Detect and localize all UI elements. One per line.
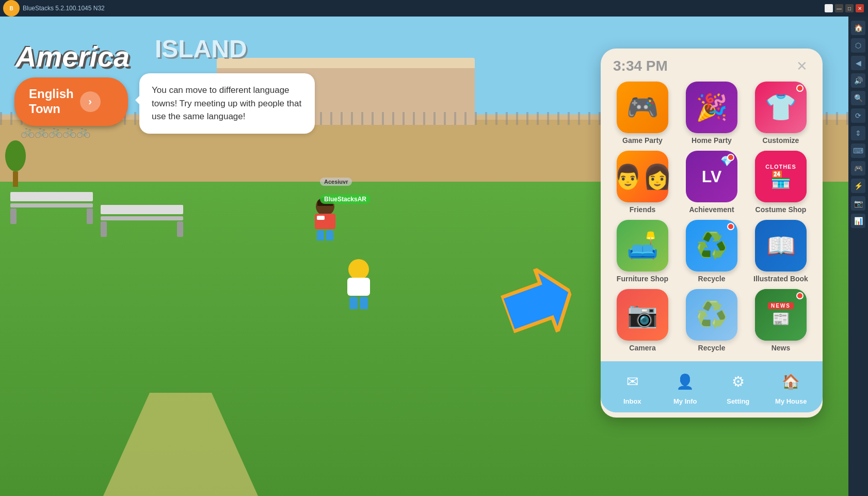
english-town-label: EnglishTown xyxy=(29,87,74,117)
menu-grid: 🎮 Game Party 🎉 Home Party 👕 Customize xyxy=(601,79,823,358)
speech-bubble-text: You can move to different language towns… xyxy=(152,84,302,123)
menu-header: 3:34 PM ✕ xyxy=(601,49,823,79)
app-title: BlueStacks 5.2.100.1045 N32 xyxy=(23,5,825,12)
home-party-label: Home Party xyxy=(692,136,732,145)
menu-time: 3:34 PM xyxy=(613,58,668,74)
svg-text:B: B xyxy=(9,6,13,11)
menu-item-news[interactable]: NEWS 📰 News xyxy=(749,289,812,352)
island-title: ISLAND xyxy=(155,35,247,63)
menu-item-camera[interactable]: 📷 Camera xyxy=(611,289,674,352)
recycle2-label: Recycle xyxy=(698,344,726,352)
my-house-icon: 🏠 xyxy=(778,369,804,394)
achievement-label: Achievement xyxy=(689,205,734,214)
titlebar: B BlueStacks 5.2.100.1045 N32 ? — □ ✕ xyxy=(0,0,868,17)
costume-shop-icon: CLOTHES 🏪 xyxy=(755,151,807,202)
sidebar-icon-stats[interactable]: 📊 xyxy=(851,214,865,228)
recycle-badge xyxy=(727,223,734,230)
speech-bubble: You can move to different language towns… xyxy=(139,73,315,134)
menu-panel: 3:34 PM ✕ 🎮 Game Party 🎉 Home Party xyxy=(601,49,823,418)
menu-item-recycle2[interactable]: ♻️ Recycle xyxy=(680,289,743,352)
sidebar-icon-zoom[interactable]: 🔍 xyxy=(851,91,865,105)
news-label: News xyxy=(771,344,791,352)
sidebar-icon-home[interactable]: 🏠 xyxy=(851,21,865,35)
news-icon: NEWS 📰 xyxy=(755,289,807,341)
region-title: America xyxy=(15,40,130,73)
right-sidebar: 🏠 ⬡ ◀ 🔊 🔍 ⟳ ⇕ ⌨ 🎮 ⚡ 📷 📊 xyxy=(848,17,868,496)
camera-label: Camera xyxy=(629,344,655,352)
camera-icon: 📷 xyxy=(617,289,668,341)
achievement-icon: LV 💎 xyxy=(686,151,737,202)
menu-item-friends[interactable]: 👨‍👩 Friends xyxy=(611,151,674,214)
sidebar-icon-resize[interactable]: ⇕ xyxy=(851,126,865,140)
game-party-label: Game Party xyxy=(622,136,663,145)
furniture-shop-label: Furniture Shop xyxy=(617,275,668,283)
npc-name-tag: Acesiuvr xyxy=(320,178,352,186)
customize-label: Customize xyxy=(763,136,799,145)
friends-label: Friends xyxy=(630,205,656,214)
menu-item-recycle[interactable]: ♻️ Recycle xyxy=(680,220,743,283)
sidebar-icon-gamepad[interactable]: 🎮 xyxy=(851,161,865,175)
minimize-button[interactable]: — xyxy=(835,4,843,12)
achievement-badge xyxy=(727,154,734,161)
my-info-label: My Info xyxy=(673,397,697,405)
sidebar-icon-keyboard[interactable]: ⌨ xyxy=(851,143,865,158)
bottom-item-my-house[interactable]: 🏠 My House xyxy=(770,369,812,405)
customize-badge xyxy=(796,85,803,92)
home-party-icon: 🎉 xyxy=(686,82,737,133)
maximize-button[interactable]: □ xyxy=(845,4,854,12)
illustrated-book-label: Illustrated Book xyxy=(753,275,808,283)
costume-shop-label: Costume Shop xyxy=(756,205,807,214)
tree xyxy=(5,140,26,187)
close-button[interactable]: ✕ xyxy=(856,4,864,12)
menu-item-home-party[interactable]: 🎉 Home Party xyxy=(680,82,743,145)
help-button[interactable]: ? xyxy=(825,4,833,12)
bench-left xyxy=(10,192,93,224)
menu-item-illustrated-book[interactable]: 📖 Illustrated Book xyxy=(749,220,812,283)
bench-right xyxy=(101,205,183,237)
customize-icon: 👕 xyxy=(755,82,807,133)
bottom-item-setting[interactable]: ⚙ Setting xyxy=(717,369,759,405)
menu-item-customize[interactable]: 👕 Customize xyxy=(749,82,812,145)
menu-close-button[interactable]: ✕ xyxy=(794,58,810,74)
sidebar-icon-volume[interactable]: 🔊 xyxy=(851,73,865,88)
my-info-icon: 👤 xyxy=(672,369,698,394)
recycle-icon: ♻️ xyxy=(686,220,737,271)
english-town-button[interactable]: EnglishTown › xyxy=(14,77,128,126)
menu-item-game-party[interactable]: 🎮 Game Party xyxy=(611,82,674,145)
blonde-character xyxy=(341,259,377,311)
bottom-item-inbox[interactable]: ✉ Inbox xyxy=(612,369,653,405)
setting-label: Setting xyxy=(727,397,749,405)
arrow-icon: › xyxy=(80,91,101,112)
my-house-label: My House xyxy=(775,397,807,405)
menu-item-costume-shop[interactable]: CLOTHES 🏪 Costume Shop xyxy=(749,151,812,214)
recycle-label: Recycle xyxy=(698,275,726,283)
menu-item-achievement[interactable]: LV 💎 Achievement xyxy=(680,151,743,214)
bikes: 🚲🚲🚲🚲🚲 xyxy=(21,125,90,138)
setting-icon: ⚙ xyxy=(725,369,751,394)
friends-icon: 👨‍👩 xyxy=(617,151,668,202)
window-controls: ? — □ ✕ xyxy=(825,4,864,12)
menu-bottom-toolbar: ✉ Inbox 👤 My Info ⚙ Setting 🏠 My House xyxy=(601,361,823,412)
player-name-tag: BlueStacksAR xyxy=(320,195,371,204)
recycle2-icon: ♻️ xyxy=(686,289,737,341)
furniture-shop-icon: 🛋️ xyxy=(617,220,668,271)
sidebar-icon-back[interactable]: ◀ xyxy=(851,56,865,70)
sidebar-icon-macro[interactable]: ⚡ xyxy=(851,179,865,193)
inbox-icon: ✉ xyxy=(619,369,645,394)
news-badge xyxy=(796,292,803,299)
illustrated-book-icon: 📖 xyxy=(755,220,807,271)
menu-item-furniture-shop[interactable]: 🛋️ Furniture Shop xyxy=(611,220,674,283)
sidebar-icon-camera[interactable]: 📷 xyxy=(851,196,865,211)
game-area: America ISLAND 🚲🚲🚲🚲🚲 xyxy=(0,17,848,496)
bluestacks-logo: B xyxy=(3,0,20,17)
inbox-label: Inbox xyxy=(623,397,641,405)
sidebar-icon-screenshot[interactable]: ⬡ xyxy=(851,38,865,53)
bottom-item-my-info[interactable]: 👤 My Info xyxy=(665,369,706,405)
sidebar-icon-rotate[interactable]: ⟳ xyxy=(851,108,865,123)
game-party-icon: 🎮 xyxy=(617,82,668,133)
